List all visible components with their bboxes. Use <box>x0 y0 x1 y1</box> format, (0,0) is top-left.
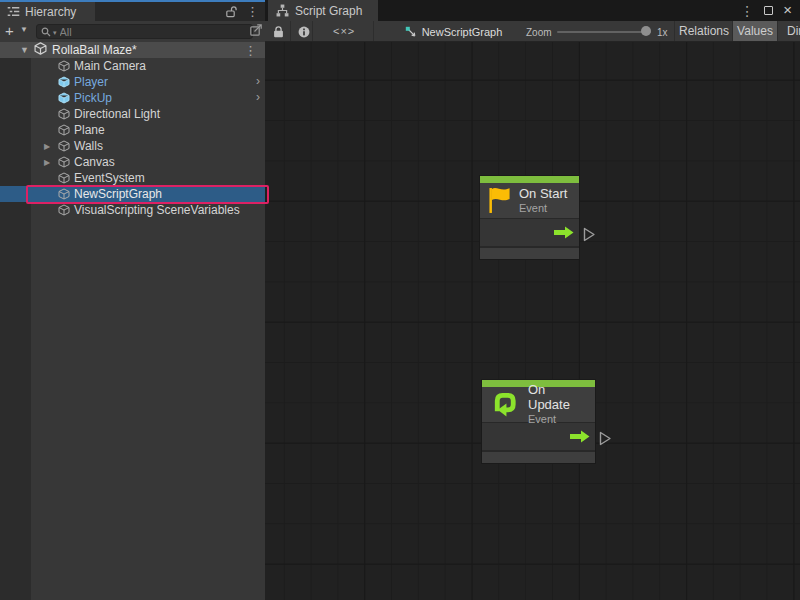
hierarchy-row[interactable]: ▶ PickUp › <box>0 90 265 106</box>
hierarchy-row[interactable]: ▶ EventSystem › <box>0 170 265 186</box>
hierarchy-toolbar: + ▼ ▾ <box>0 21 265 42</box>
prefab-open-chevron-icon[interactable]: › <box>256 74 260 88</box>
tab-script-graph-label: Script Graph <box>295 4 362 18</box>
hierarchy-row[interactable]: ▶ Main Camera › <box>0 58 265 74</box>
tab-hierarchy-label: Hierarchy <box>25 5 76 19</box>
blackboard-variables-icon[interactable]: <×> <box>333 25 355 37</box>
search-icon <box>41 27 52 37</box>
update-loop-icon <box>490 390 520 419</box>
row-label: EventSystem <box>74 171 145 185</box>
row-label: VisualScripting SceneVariables <box>74 203 240 217</box>
lock-icon[interactable] <box>273 25 284 38</box>
hierarchy-row[interactable]: ▶ Walls › <box>0 138 265 154</box>
zoom-value: 1x <box>657 27 668 38</box>
unity-editor: Hierarchy ⋮ + ▼ ▾ <box>0 0 800 600</box>
hierarchy-tab-bar: Hierarchy ⋮ <box>0 2 265 21</box>
gameobject-cube-icon <box>58 204 74 216</box>
node-body <box>480 219 579 248</box>
maximize-icon[interactable] <box>764 6 773 15</box>
gameobject-cube-icon <box>58 76 74 88</box>
row-label: Directional Light <box>74 107 160 121</box>
close-icon[interactable]: × <box>783 2 792 17</box>
scene-header-row[interactable]: ▼ RollaBall Maze* ⋮ <box>0 42 265 58</box>
hierarchy-row[interactable]: ▶ VisualScripting SceneVariables › <box>0 202 265 218</box>
hierarchy-rows: ▶ Main Camera › ▶ Player › ▶ PickUp › ▶ <box>0 58 265 218</box>
node-title: On Update <box>528 383 587 413</box>
row-label: Walls <box>74 139 103 153</box>
flow-arrow-icon[interactable] <box>554 226 574 239</box>
add-object-button[interactable]: + <box>5 22 14 39</box>
row-label: Main Camera <box>74 59 146 73</box>
zoom-label: Zoom <box>526 27 552 38</box>
search-filter-caret-icon[interactable]: ▾ <box>53 29 57 37</box>
graph-node[interactable]: On Update Event <box>481 379 596 464</box>
hierarchy-row[interactable]: ▶ Plane › <box>0 122 265 138</box>
graph-node[interactable]: On Start Event <box>479 175 580 260</box>
zoom-slider-handle[interactable] <box>641 26 651 36</box>
relations-button[interactable]: Relations <box>676 21 732 42</box>
scene-foldout-icon[interactable]: ▼ <box>20 45 34 55</box>
node-footer <box>480 248 579 259</box>
window-menu-icon[interactable]: ⋮ <box>740 4 754 18</box>
node-subtitle: Event <box>519 202 567 215</box>
zoom-slider-track[interactable] <box>557 31 651 33</box>
gameobject-cube-icon <box>58 60 74 72</box>
script-graph-panel: Script Graph ⋮ × <×> <box>265 0 800 600</box>
script-graph-asset-icon <box>405 26 417 38</box>
hierarchy-menu-icon[interactable]: ⋮ <box>246 5 259 18</box>
node-footer <box>482 452 595 463</box>
output-port-icon[interactable] <box>599 431 612 446</box>
hierarchy-panel: Hierarchy ⋮ + ▼ ▾ <box>0 0 265 600</box>
dim-button[interactable]: Dim <box>778 21 800 42</box>
add-object-caret-icon[interactable]: ▼ <box>20 25 28 34</box>
scene-menu-icon[interactable]: ⋮ <box>244 44 257 57</box>
node-body <box>482 423 595 452</box>
node-header[interactable]: On Start Event <box>480 183 579 219</box>
node-subtitle: Event <box>528 413 587 426</box>
row-foldout-icon[interactable]: ▶ <box>44 142 58 151</box>
node-title: On Start <box>519 187 567 202</box>
graph-icon <box>276 4 289 17</box>
tab-script-graph[interactable]: Script Graph <box>268 0 378 21</box>
values-button[interactable]: Values <box>733 21 777 42</box>
graph-tab-bar: Script Graph ⋮ × <box>265 0 800 21</box>
info-icon[interactable] <box>298 26 310 38</box>
gameobject-cube-icon <box>58 188 74 200</box>
graph-name-button[interactable]: NewScriptGraph <box>389 22 518 41</box>
graph-toolbar: <×> NewScriptGraph Zoom 1x Relations Val… <box>265 21 800 42</box>
row-label: PickUp <box>74 91 112 105</box>
gameobject-cube-icon <box>58 124 74 136</box>
hierarchy-row[interactable]: ▶ NewScriptGraph › <box>0 186 265 202</box>
gameobject-cube-icon <box>58 140 74 152</box>
node-header[interactable]: On Update Event <box>482 387 595 423</box>
gameobject-cube-icon <box>58 108 74 120</box>
row-label: Player <box>74 75 108 89</box>
flow-arrow-icon[interactable] <box>570 430 590 443</box>
unlock-icon[interactable] <box>226 5 238 18</box>
hierarchy-icon <box>7 6 20 17</box>
graph-canvas[interactable]: On Start Event <box>265 42 800 600</box>
row-label: NewScriptGraph <box>74 187 162 201</box>
row-foldout-icon[interactable]: ▶ <box>44 158 58 167</box>
hierarchy-row[interactable]: ▶ Player › <box>0 74 265 90</box>
hierarchy-row[interactable]: ▶ Canvas › <box>0 154 265 170</box>
node-accent-bar <box>480 176 579 183</box>
unity-scene-icon <box>34 41 52 59</box>
detach-search-icon[interactable] <box>250 24 262 36</box>
output-port-icon[interactable] <box>583 227 596 242</box>
tab-hierarchy[interactable]: Hierarchy <box>0 2 95 21</box>
gameobject-cube-icon <box>58 172 74 184</box>
scene-name: RollaBall Maze* <box>52 43 137 57</box>
gameobject-cube-icon <box>58 92 74 104</box>
start-flag-icon <box>488 186 511 215</box>
prefab-open-chevron-icon[interactable]: › <box>256 90 260 104</box>
graph-name-label: NewScriptGraph <box>422 26 503 38</box>
search-input[interactable] <box>60 26 230 38</box>
hierarchy-search-field[interactable]: ▾ <box>36 24 253 39</box>
gameobject-cube-icon <box>58 156 74 168</box>
row-label: Plane <box>74 123 105 137</box>
row-label: Canvas <box>74 155 115 169</box>
hierarchy-row[interactable]: ▶ Directional Light › <box>0 106 265 122</box>
